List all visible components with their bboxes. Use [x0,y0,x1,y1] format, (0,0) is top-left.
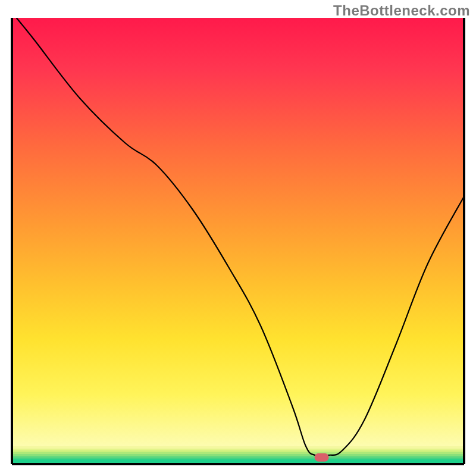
svg-rect-1 [12,446,464,449]
svg-rect-2 [12,449,464,450]
svg-rect-6 [12,456,464,458]
svg-rect-5 [12,454,464,456]
green-band [12,446,464,464]
plot-area [12,18,464,464]
bottleneck-chart [0,0,476,476]
svg-rect-4 [12,452,464,454]
optimal-point-marker [315,453,329,462]
chart-container: TheBottleneck.com [0,0,476,476]
svg-rect-3 [12,450,464,452]
gradient-background [12,18,464,446]
svg-rect-7 [12,458,464,459]
watermark-text: TheBottleneck.com [333,2,470,19]
